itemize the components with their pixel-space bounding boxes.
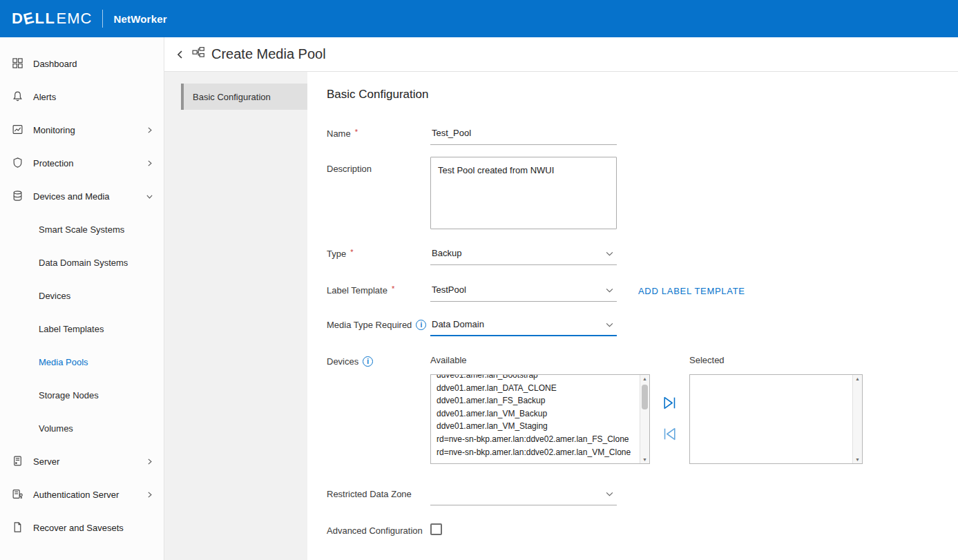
available-list[interactable]: ddve01.amer.lan_Bootstrapddve01.amer.lan…: [430, 374, 650, 464]
sidebar-item-dashboard[interactable]: Dashboard: [0, 47, 164, 80]
create-media-pool-form: Basic Configuration Name * Description T…: [307, 72, 958, 560]
chevron-right-icon: [145, 126, 154, 135]
sidebar-item-protection[interactable]: Protection: [0, 146, 164, 180]
shield-icon: [12, 157, 24, 169]
sidebar-item-media-pools[interactable]: Media Pools: [0, 345, 164, 378]
advanced-configuration-field-row: Advanced Configuration: [327, 524, 958, 536]
chevron-right-icon: [145, 490, 154, 499]
media-type-label-text: Media Type Required: [327, 320, 412, 330]
scroll-up-icon[interactable]: ▲: [640, 376, 649, 381]
device-option[interactable]: ddve01.amer.lan_Bootstrap: [431, 375, 640, 382]
type-label-text: Type: [327, 249, 346, 259]
page-title: Create Media Pool: [211, 46, 326, 62]
logo-divider: [102, 10, 103, 28]
type-select-value: Backup: [432, 248, 461, 258]
sidebar-item-server[interactable]: Server: [0, 445, 164, 478]
device-option[interactable]: ddve01.amer.lan_FS_Backup: [431, 394, 640, 407]
info-icon[interactable]: i: [363, 356, 373, 367]
page-header: Create Media Pool: [164, 37, 958, 72]
name-label-text: Name: [327, 128, 351, 139]
chevron-down-icon: [606, 488, 613, 499]
recover-icon: [12, 521, 24, 534]
available-column: Available ddve01.amer.lan_Bootstrapddve0…: [430, 355, 650, 464]
restricted-data-zone-select[interactable]: [430, 487, 617, 505]
sidebar-item-recover-and-savesets[interactable]: Recover and Savesets: [0, 511, 164, 544]
database-icon: [12, 190, 24, 202]
restricted-data-zone-label: Restricted Data Zone: [327, 487, 430, 499]
devices-label-text: Devices: [327, 356, 358, 367]
sidebar-item-label: Devices and Media: [33, 191, 145, 202]
name-field-row: Name *: [327, 127, 958, 145]
device-option[interactable]: rd=nve-sn-bkp.amer.lan:ddve02.amer.lan_V…: [431, 446, 640, 459]
move-right-button[interactable]: [661, 394, 678, 412]
back-button[interactable]: [175, 49, 186, 60]
scroll-down-icon[interactable]: ▼: [640, 457, 649, 462]
scrollbar-thumb[interactable]: [642, 385, 648, 409]
selected-column: Selected ▲ ▼: [689, 355, 863, 464]
advanced-configuration-checkbox[interactable]: [430, 523, 442, 535]
label-template-label: Label Template *: [327, 284, 430, 296]
device-option[interactable]: ddve01.amer.lan_VM_Backup: [431, 407, 640, 421]
required-asterisk: *: [392, 284, 394, 293]
sidebar-item-alerts[interactable]: Alerts: [0, 80, 164, 113]
topbar: DELL EMC NetWorker: [0, 0, 958, 37]
scroll-up-icon[interactable]: ▲: [853, 376, 862, 381]
sidebar-item-label: Server: [33, 456, 145, 467]
devices-field-row: Devices i Available ddve01.amer.lan_Boot…: [327, 355, 958, 464]
advanced-configuration-label: Advanced Configuration: [327, 524, 430, 536]
media-type-select[interactable]: Data Domain: [430, 318, 617, 336]
restricted-data-zone-field-row: Restricted Data Zone: [327, 487, 958, 505]
sidebar-item-authentication-server[interactable]: Authentication Server: [0, 478, 164, 511]
subnav-item-label: Basic Configuration: [193, 92, 271, 102]
label-template-label-text: Label Template: [327, 285, 387, 296]
description-textarea[interactable]: Test Pool created from NWUI: [430, 157, 617, 229]
required-asterisk: *: [350, 248, 353, 256]
add-label-template-link[interactable]: ADD LABEL TEMPLATE: [638, 284, 745, 296]
emc-logo-text: EMC: [56, 10, 92, 28]
devices-label: Devices i: [327, 355, 430, 367]
restricted-data-zone-label-text: Restricted Data Zone: [327, 489, 412, 499]
sidebar-item-data-domain-systems[interactable]: Data Domain Systems: [0, 246, 164, 279]
label-template-select[interactable]: TestPool: [430, 284, 617, 302]
bell-icon: [12, 90, 24, 103]
device-option[interactable]: ddve01.amer.lan_DATA_CLONE: [431, 382, 640, 395]
info-icon[interactable]: i: [416, 320, 426, 330]
sidebar-nav: DashboardAlertsMonitoringProtectionDevic…: [0, 37, 164, 560]
description-field-row: Description Test Pool created from NWUI: [327, 162, 958, 229]
sidebar-item-monitoring[interactable]: Monitoring: [0, 113, 164, 146]
sidebar-item-devices-and-media[interactable]: Devices and Media: [0, 180, 164, 213]
auth-server-icon: [12, 488, 24, 501]
sidebar-item-smart-scale-systems[interactable]: Smart Scale Systems: [0, 213, 164, 246]
media-type-select-value: Data Domain: [432, 319, 484, 329]
section-title: Basic Configuration: [327, 88, 958, 102]
monitoring-icon: [12, 124, 24, 136]
chevron-down-icon: [606, 248, 613, 258]
content-region: Basic Configuration Basic Configuration …: [164, 72, 958, 560]
device-option[interactable]: ddve01.amer.lan_VM_Staging: [431, 420, 640, 433]
media-pool-icon: [192, 46, 205, 62]
selected-list[interactable]: ▲ ▼: [689, 374, 863, 464]
app-window: DELL EMC NetWorker DashboardAlertsMonito…: [0, 0, 958, 560]
sidebar-item-storage-nodes[interactable]: Storage Nodes: [0, 378, 164, 412]
dell-logo-text: DELL: [12, 10, 55, 28]
available-list-viewport: ddve01.amer.lan_Bootstrapddve01.amer.lan…: [431, 375, 640, 463]
sidebar-item-volumes[interactable]: Volumes: [0, 412, 164, 445]
type-label: Type *: [327, 247, 430, 259]
sidebar-item-label: Recover and Savesets: [33, 523, 154, 533]
sidebar-item-label: Monitoring: [33, 125, 145, 135]
name-input[interactable]: [430, 127, 617, 145]
scroll-down-icon[interactable]: ▼: [853, 457, 862, 462]
type-select[interactable]: Backup: [430, 247, 617, 265]
available-scrollbar[interactable]: ▲ ▼: [640, 375, 649, 463]
sidebar-item-label: Protection: [33, 158, 145, 168]
selected-caption: Selected: [689, 355, 863, 365]
device-option[interactable]: rd=nve-sn-bkp.amer.lan:ddve02.amer.lan_F…: [431, 433, 640, 446]
subnav-item-basic-configuration[interactable]: Basic Configuration: [181, 84, 307, 110]
app-name: NetWorker: [113, 13, 166, 25]
sidebar-item-devices[interactable]: Devices: [0, 279, 164, 312]
name-label: Name *: [327, 127, 430, 139]
chevron-down-icon: [606, 319, 613, 329]
sidebar-item-label-templates[interactable]: Label Templates: [0, 312, 164, 345]
move-left-button[interactable]: [661, 425, 678, 443]
selected-scrollbar[interactable]: ▲ ▼: [852, 375, 862, 463]
